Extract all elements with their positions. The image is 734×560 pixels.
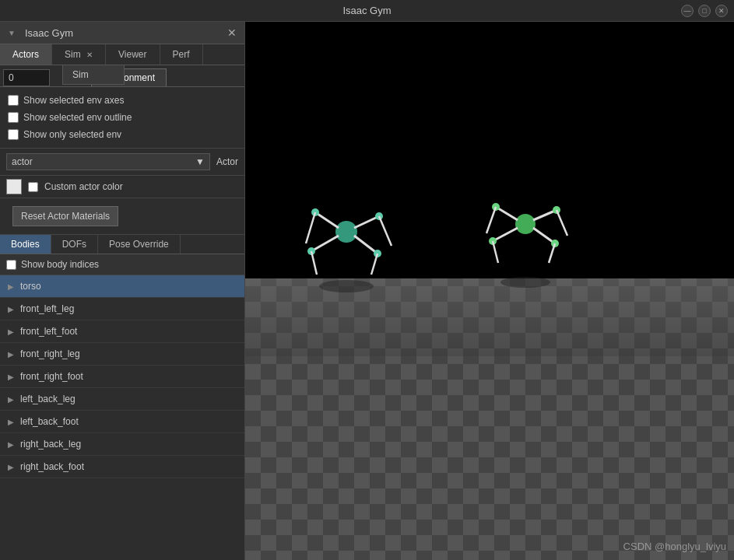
actor-label: Actor [216,156,238,167]
tab-viewer[interactable]: Viewer [106,44,160,65]
body-item-arrow: ▶ [8,463,14,471]
body-item-arrow: ▶ [8,350,14,359]
body-item-arrow: ▶ [8,282,14,291]
tab-pose-override[interactable]: Pose Override [98,235,181,254]
bodies-tabs: Bodies DOFs Pose Override [0,235,244,254]
body-item-arrow: ▶ [8,395,14,404]
close-button[interactable]: ✕ [715,5,728,17]
show-body-indices-label: Show body indices [21,259,99,270]
main-tabs-row: Actors Sim ✕ Viewer Perf Sim [0,44,244,65]
panel-content: Show selected env axes Show selected env… [0,87,244,560]
body-item-right-back-foot[interactable]: ▶ right_back_foot [0,456,244,478]
checkbox-show-axes: Show selected env axes [6,92,238,109]
custom-color-checkbox[interactable] [28,182,38,192]
body-item-label: torso [20,281,41,292]
body-list: ▶ torso ▶ front_left_leg ▶ front_left_fo… [0,275,244,478]
body-item-label: front_right_foot [20,371,83,382]
minimize-button[interactable]: — [681,5,694,17]
show-body-indices-row: Show body indices [0,254,244,275]
app-title: Isaac Gym [342,5,391,16]
svg-rect-6 [245,278,734,356]
drag-handle: ▼ [8,29,16,37]
body-item-left-back-foot[interactable]: ▶ left_back_foot [0,411,244,433]
svg-point-20 [515,214,536,234]
body-item-arrow: ▶ [8,373,14,381]
body-item-arrow: ▶ [8,418,14,426]
body-item-torso[interactable]: ▶ torso [0,275,244,298]
viewport-canvas [245,22,734,560]
sim-dropdown-item[interactable]: Sim [63,65,124,84]
color-swatch[interactable] [6,179,22,194]
title-bar: Isaac Gym — □ ✕ [0,0,734,22]
svg-rect-0 [245,22,734,317]
body-item-arrow: ▶ [8,440,14,449]
show-outline-checkbox[interactable] [8,112,19,123]
custom-color-row: Custom actor color [0,176,244,198]
watermark: CSDN @honglyu_lviyu [623,541,726,552]
body-item-label: left_back_foot [20,416,79,427]
panel-header: ▼ Isaac Gym ✕ [0,22,244,44]
svg-point-34 [500,277,550,288]
tab-actors[interactable]: Actors [0,44,52,65]
show-only-label: Show only selected env [23,129,121,140]
actor-row: actor ▼ Actor [0,149,244,176]
svg-point-7 [335,221,357,243]
show-axes-checkbox[interactable] [8,95,19,106]
body-item-label: right_back_foot [20,461,84,472]
left-panel: ▼ Isaac Gym ✕ Actors Sim ✕ Viewer Perf S… [0,22,245,560]
sim-dropdown: Sim [62,65,125,85]
actor-select[interactable]: actor ▼ [6,153,210,170]
panel-close-button[interactable]: ✕ [227,26,237,39]
tab-bodies[interactable]: Bodies [0,235,51,254]
body-item-front-right-leg[interactable]: ▶ front_right_leg [0,343,244,366]
body-item-arrow: ▶ [8,327,14,336]
body-item-label: front_right_leg [20,348,80,359]
viewport[interactable]: CSDN @honglyu_lviyu [245,22,734,560]
env-input[interactable] [3,69,50,86]
tab-perf[interactable]: Perf [160,44,203,65]
body-item-arrow: ▶ [8,305,14,313]
show-only-checkbox[interactable] [8,129,19,140]
reset-actor-materials-button[interactable]: Reset Actor Materials [12,206,118,226]
tab-sim[interactable]: Sim ✕ [52,44,106,65]
actor-dropdown-arrow: ▼ [195,156,205,167]
body-item-right-back-leg[interactable]: ▶ right_back_leg [0,433,244,456]
checkbox-show-only: Show only selected env [6,126,238,143]
sim-tab-close[interactable]: ✕ [86,51,93,59]
body-item-label: left_back_leg [20,394,76,404]
show-outline-label: Show selected env outline [23,112,132,123]
show-body-indices-checkbox[interactable] [6,260,16,270]
custom-color-label: Custom actor color [44,181,123,192]
body-item-front-left-leg[interactable]: ▶ front_left_leg [0,298,244,320]
main-layout: ▼ Isaac Gym ✕ Actors Sim ✕ Viewer Perf S… [0,22,734,560]
body-item-front-right-foot[interactable]: ▶ front_right_foot [0,366,244,388]
body-item-front-left-foot[interactable]: ▶ front_left_foot [0,320,244,343]
body-item-label: front_left_foot [20,326,77,337]
panel-header-left: ▼ Isaac Gym [8,27,73,39]
checkbox-show-outline: Show selected env outline [6,109,238,126]
show-axes-label: Show selected env axes [23,95,124,106]
panel-title: Isaac Gym [25,27,73,39]
body-item-label: front_left_leg [20,303,74,314]
checkbox-section: Show selected env axes Show selected env… [0,87,244,149]
restore-button[interactable]: □ [698,5,711,17]
tab-dofs[interactable]: DOFs [51,235,98,254]
window-controls: — □ ✕ [681,5,728,17]
svg-point-33 [319,280,374,292]
body-item-left-back-leg[interactable]: ▶ left_back_leg [0,388,244,411]
body-item-label: right_back_leg [20,439,81,450]
